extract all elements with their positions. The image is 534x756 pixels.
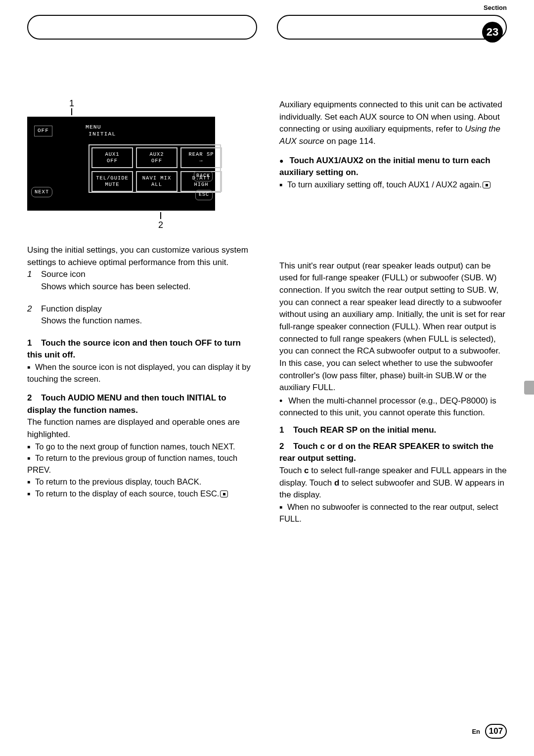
- ss-cell-rear: REAR SP→: [180, 147, 222, 168]
- step-2-note-3: To return to the previous display, touch…: [27, 476, 255, 488]
- ss-next-button: NEXT: [31, 187, 52, 197]
- legend-2-desc: Shows the function names.: [41, 315, 255, 327]
- ss-grid: AUX1OFF AUX2OFF REAR SP→ TEL/GUIDEMUTE N…: [91, 147, 222, 192]
- ss-menu-label: MENU INITIAL: [86, 124, 116, 137]
- ss-cell-aux2: AUX2OFF: [136, 147, 178, 168]
- callout-1: 1: [0, 99, 255, 117]
- left-column: 1 OFF MENU INITIAL AUX1OFF AUX2OFF REAR …: [27, 99, 255, 525]
- step-2-body: The function names are displayed and ope…: [27, 416, 255, 441]
- intro-text: Using the initial settings, you can cust…: [27, 244, 255, 268]
- step-2-note-2: To return to the previous group of funct…: [27, 452, 255, 476]
- header-pill-right: [277, 15, 507, 40]
- footer-page-number: 107: [485, 724, 507, 739]
- aux-intro: Auxiliary equipments connected to this u…: [279, 99, 507, 148]
- rear-bullet: When the multi-channel processor (e.g., …: [279, 394, 507, 419]
- rear-step-1: 1Touch REAR SP on the initial menu.: [279, 424, 507, 437]
- rear-step-2: 2Touch c or d on the REAR SPEAKER to swi…: [279, 441, 507, 465]
- device-screenshot: OFF MENU INITIAL AUX1OFF AUX2OFF REAR SP…: [27, 117, 215, 211]
- ss-esc-button: ESC: [195, 190, 213, 200]
- rear-step-2-body: Touch c to select full-range speaker and…: [279, 465, 507, 501]
- rear-body: This unit's rear output (rear speaker le…: [279, 260, 507, 394]
- device-screenshot-block: 1 OFF MENU INITIAL AUX1OFF AUX2OFF REAR …: [27, 99, 255, 229]
- step-1: 1Touch the source icon and then touch OF…: [27, 337, 255, 361]
- side-tab: [524, 381, 534, 395]
- callout-2: 2: [67, 212, 255, 229]
- legend-1-title: Source icon: [41, 269, 86, 279]
- section-label: Section: [484, 4, 507, 11]
- stop-icon: [220, 490, 228, 497]
- stop-icon: [483, 181, 490, 188]
- section-badge: 23: [482, 22, 503, 43]
- step-2-note-4: To return to the display of each source,…: [27, 488, 255, 500]
- rear-step-2-note: When no subwoofer is connected to the re…: [279, 501, 507, 525]
- page-header: Section 23: [27, 15, 507, 44]
- legend-1-desc: Shows which source has been selected.: [41, 281, 255, 293]
- ss-cell-navi: NAVI MIXALL: [136, 171, 178, 192]
- aux-step: Touch AUX1/AUX2 on the initial menu to t…: [279, 155, 507, 179]
- ss-cell-tel: TEL/GUIDEMUTE: [91, 171, 133, 192]
- legend-item-2: 2Function display Shows the function nam…: [27, 303, 255, 327]
- right-column: Auxiliary equipments connected to this u…: [279, 99, 507, 525]
- legend-item-1: 1Source icon Shows which source has been…: [27, 268, 255, 293]
- step-1-note: When the source icon is not displayed, y…: [27, 361, 255, 385]
- header-pill-left: [27, 15, 257, 40]
- legend-2-title: Function display: [41, 304, 102, 313]
- page-footer: En 107: [472, 724, 507, 739]
- footer-lang: En: [472, 728, 480, 735]
- aux-note: To turn auxiliary setting off, touch AUX…: [279, 179, 507, 191]
- step-2-note-1: To go to the next group of function name…: [27, 441, 255, 453]
- step-2: 2Touch AUDIO MENU and then touch INITIAL…: [27, 392, 255, 416]
- ss-back-button: BACK: [194, 171, 213, 181]
- ss-cell-aux1: AUX1OFF: [91, 147, 133, 168]
- ss-off-label: OFF: [34, 126, 52, 136]
